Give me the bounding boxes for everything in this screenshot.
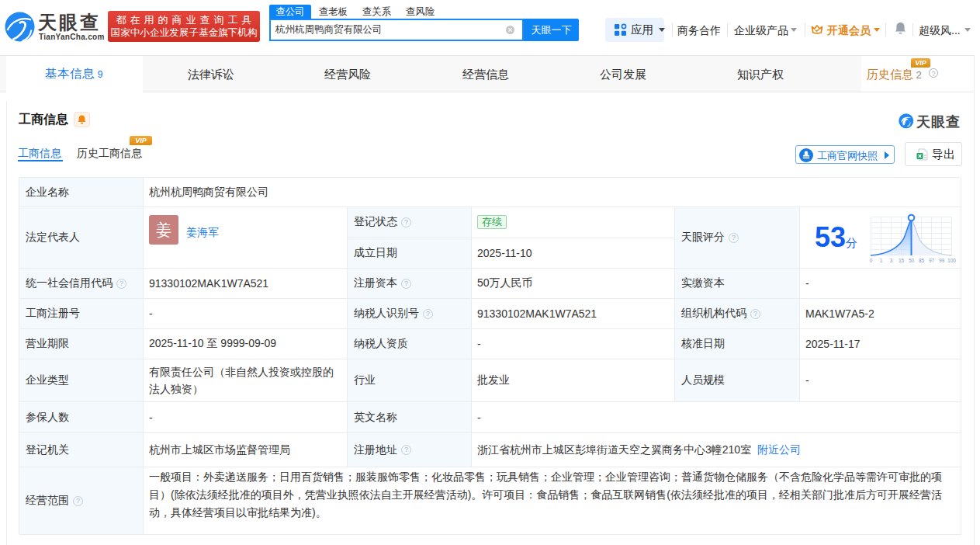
svg-text:99: 99 <box>939 258 945 263</box>
svg-text:100: 100 <box>947 258 956 263</box>
svg-text:85: 85 <box>919 258 925 263</box>
svg-text:0: 0 <box>870 258 873 263</box>
svg-text:1: 1 <box>880 258 883 263</box>
svg-text:97: 97 <box>929 258 935 263</box>
svg-text:3: 3 <box>890 258 893 263</box>
svg-text:50: 50 <box>909 258 915 263</box>
svg-text:15: 15 <box>899 258 905 263</box>
